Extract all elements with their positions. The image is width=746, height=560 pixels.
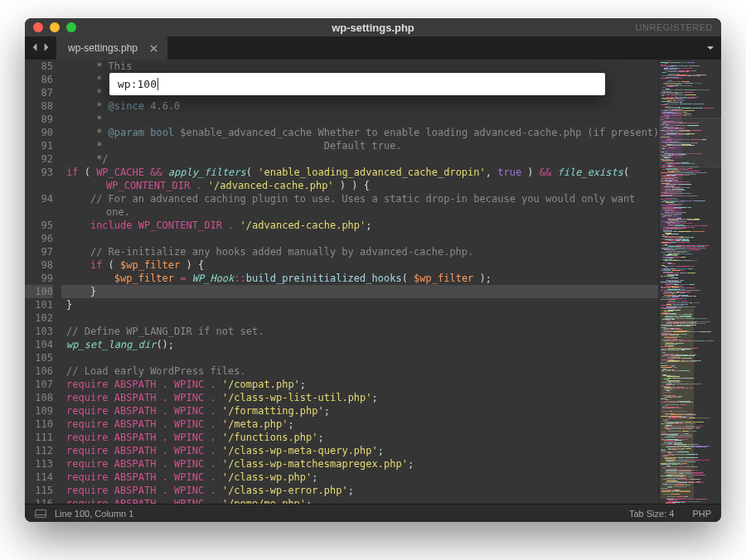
unregistered-label: UNREGISTERED: [636, 22, 713, 32]
line-number[interactable]: 111: [25, 431, 53, 444]
code-line[interactable]: // Re-initialize any hooks added manuall…: [61, 245, 658, 258]
tab-size[interactable]: Tab Size: 4: [629, 509, 674, 519]
line-number[interactable]: 90: [25, 126, 53, 139]
line-number[interactable]: 97: [25, 245, 53, 258]
close-window-button[interactable]: [33, 22, 43, 32]
line-number[interactable]: 106: [25, 364, 53, 378]
line-number[interactable]: 92: [25, 152, 53, 166]
code-line[interactable]: * Default true.: [61, 139, 658, 152]
code-line[interactable]: include WP_CONTENT_DIR . '/advanced-cach…: [61, 219, 658, 232]
line-number[interactable]: 103: [25, 325, 53, 338]
code-line[interactable]: require ABSPATH . WPINC . '/pomo/mo.php'…: [61, 497, 658, 504]
code-line[interactable]: require ABSPATH . WPINC . '/class-wp-met…: [61, 444, 658, 457]
line-number[interactable]: 102: [25, 311, 53, 325]
code-line[interactable]: // Define WP_LANG_DIR if not set.: [61, 325, 658, 338]
line-number[interactable]: 115: [25, 484, 53, 497]
line-number[interactable]: 93: [25, 166, 53, 179]
minimize-window-button[interactable]: [50, 22, 60, 32]
tab-overflow-button[interactable]: [700, 36, 721, 60]
code-line[interactable]: require ABSPATH . WPINC . '/functions.ph…: [61, 431, 658, 444]
minimap[interactable]: [658, 60, 721, 504]
close-tab-button[interactable]: [148, 42, 159, 54]
code-line[interactable]: [61, 232, 658, 245]
code-line[interactable]: require ABSPATH . WPINC . '/meta.php';: [61, 418, 658, 431]
file-tab[interactable]: wp-settings.php: [56, 36, 168, 60]
line-number[interactable]: 100: [25, 285, 53, 298]
goto-value: wp:100: [118, 78, 157, 91]
line-number[interactable]: 89: [25, 113, 53, 126]
line-number[interactable]: 85: [25, 60, 53, 73]
code-area[interactable]: * This * run- * * @since 4.6.0 * * @para…: [61, 60, 658, 504]
code-line[interactable]: require ABSPATH . WPINC . '/class-wp.php…: [61, 471, 658, 484]
nav-arrows: [25, 36, 56, 60]
code-line[interactable]: *: [61, 113, 658, 126]
line-number[interactable]: 86: [25, 73, 53, 86]
line-number[interactable]: 105: [25, 351, 53, 364]
minimap-region: [661, 205, 682, 229]
code-line[interactable]: if ( WP_CACHE && apply_filters( 'enable_…: [61, 166, 658, 179]
code-line[interactable]: * @since 4.6.0: [61, 99, 658, 113]
line-number[interactable]: 116: [25, 497, 53, 504]
line-number[interactable]: 107: [25, 378, 53, 391]
code-line[interactable]: $wp_filter = WP_Hook::build_preinitializ…: [61, 272, 658, 285]
file-tab-label: wp-settings.php: [68, 42, 138, 54]
code-line[interactable]: * This: [61, 60, 658, 73]
maximize-window-button[interactable]: [66, 22, 76, 32]
line-number[interactable]: 96: [25, 232, 53, 245]
editor-area: 8586878889909192939495969798991001011021…: [25, 60, 721, 504]
code-line[interactable]: require ABSPATH . WPINC . '/formatting.p…: [61, 404, 658, 418]
traffic-lights: [33, 22, 76, 32]
tab-bar: wp-settings.php: [25, 36, 721, 60]
code-line[interactable]: wp_set_lang_dir();: [61, 338, 658, 351]
goto-anything-input[interactable]: wp:100: [109, 73, 605, 95]
line-number[interactable]: 112: [25, 444, 53, 457]
line-number[interactable]: 88: [25, 99, 53, 113]
svg-rect-0: [36, 509, 46, 517]
line-number[interactable]: 99: [25, 272, 53, 285]
window-title: wp-settings.php: [25, 22, 721, 34]
line-number[interactable]: 94: [25, 192, 53, 205]
cursor-position[interactable]: Line 100, Column 1: [55, 509, 133, 519]
line-number[interactable]: 109: [25, 404, 53, 418]
code-line[interactable]: */: [61, 152, 658, 166]
editor-window: wp-settings.php UNREGISTERED wp-settings…: [25, 18, 721, 522]
code-line[interactable]: WP_CONTENT_DIR . '/advanced-cache.php' )…: [61, 179, 658, 192]
code-line[interactable]: require ABSPATH . WPINC . '/class-wp-lis…: [61, 391, 658, 404]
line-number[interactable]: 108: [25, 391, 53, 404]
line-number[interactable]: 113: [25, 457, 53, 471]
code-line[interactable]: // For an advanced caching plugin to use…: [61, 192, 658, 205]
line-number[interactable]: 110: [25, 418, 53, 431]
panel-switcher-icon[interactable]: [35, 509, 46, 518]
minimap-region: [661, 171, 682, 196]
code-line[interactable]: [61, 311, 658, 325]
line-number[interactable]: 91: [25, 139, 53, 152]
line-number[interactable]: 95: [25, 219, 53, 232]
line-number[interactable]: 114: [25, 471, 53, 484]
line-number[interactable]: 104: [25, 338, 53, 351]
nav-back-button[interactable]: [30, 41, 40, 56]
code-line[interactable]: require ABSPATH . WPINC . '/class-wp-mat…: [61, 457, 658, 471]
status-bar: Line 100, Column 1 Tab Size: 4 PHP: [25, 504, 721, 522]
line-number[interactable]: 98: [25, 258, 53, 272]
code-line[interactable]: * @param bool $enable_advanced_cache Whe…: [61, 126, 658, 139]
code-line[interactable]: one.: [61, 205, 658, 219]
code-line[interactable]: [61, 351, 658, 364]
line-number[interactable]: [25, 205, 53, 219]
line-number[interactable]: 87: [25, 86, 53, 99]
code-line[interactable]: if ( $wp_filter ) {: [61, 258, 658, 272]
code-line[interactable]: require ABSPATH . WPINC . '/compat.php';: [61, 378, 658, 391]
code-line[interactable]: }: [61, 298, 658, 311]
nav-forward-button[interactable]: [41, 41, 51, 56]
code-line[interactable]: require ABSPATH . WPINC . '/class-wp-err…: [61, 484, 658, 497]
code-line[interactable]: }: [61, 285, 658, 298]
line-number-gutter[interactable]: 8586878889909192939495969798991001011021…: [25, 60, 61, 504]
syntax-selector[interactable]: PHP: [692, 509, 711, 519]
line-number[interactable]: [25, 179, 53, 192]
minimap-region: [661, 109, 682, 159]
text-caret: [157, 78, 158, 90]
line-number[interactable]: 101: [25, 298, 53, 311]
title-bar: wp-settings.php UNREGISTERED: [25, 18, 721, 36]
code-line[interactable]: // Load early WordPress files.: [61, 364, 658, 378]
